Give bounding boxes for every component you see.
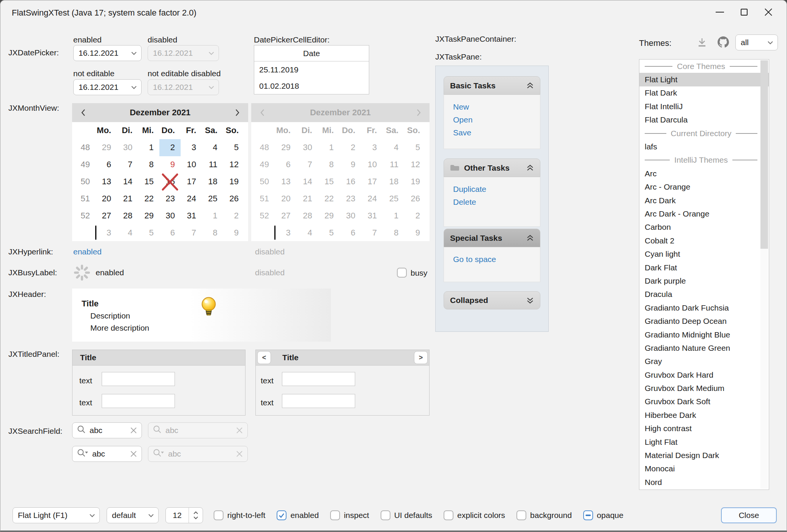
day-cell[interactable]: 15 [138,173,159,190]
day-cell[interactable]: 27 [96,207,117,224]
hyperlink-enabled[interactable]: enabled [73,247,102,256]
theme-list-item[interactable]: Carbon [639,221,769,234]
checkbox-ui-defaults[interactable] [381,510,390,520]
day-cell[interactable]: 17 [181,173,202,190]
busy-checkbox[interactable] [397,268,407,278]
chevron-down-icon[interactable] [85,514,99,517]
clear-icon[interactable] [130,450,137,457]
chevron-down-icon[interactable] [144,514,158,517]
day-cell[interactable]: 28 [117,207,138,224]
datepicker-enabled[interactable]: 16.12.2021 [73,45,142,61]
theme-list-item[interactable]: High contrast [639,422,769,435]
theme-list-item[interactable]: Light Flat [639,435,769,449]
font-size-spinner[interactable]: 12 [165,507,203,523]
chevron-down-icon[interactable] [127,52,141,55]
task-link-delete[interactable]: Delete [453,198,476,207]
day-cell[interactable]: 13 [96,173,117,190]
day-cell[interactable]: 24 [181,190,202,207]
close-button[interactable]: Close [721,507,777,523]
day-cell[interactable]: 16 [159,173,181,190]
task-link-duplicate[interactable]: Duplicate [453,185,486,194]
titled-panel-next-button[interactable]: > [414,351,428,364]
day-cell[interactable]: 3 [181,139,202,156]
next-month-icon[interactable] [226,109,248,116]
lookandfeel-combo[interactable]: Flat Light (F1) [13,507,100,523]
day-cell[interactable]: 7 [117,156,138,173]
clear-icon[interactable] [130,427,137,434]
day-cell[interactable]: 8 [202,224,223,241]
text-field[interactable] [282,372,355,386]
day-cell[interactable]: 29 [96,139,117,156]
task-link-save[interactable]: Save [453,128,471,137]
busy-checkbox-label[interactable]: busy [411,268,427,278]
titled-panel-prev-button[interactable]: < [257,351,271,364]
style-combo[interactable]: default [107,507,159,523]
theme-list-item[interactable]: Flat Light [639,73,769,86]
day-cell[interactable]: 5 [138,224,159,241]
day-cell[interactable]: 5 [223,139,244,156]
theme-list-item[interactable]: Dark purple [639,274,769,287]
theme-list-item[interactable]: Gradianto Nature Green [639,341,769,355]
search-input[interactable] [92,449,126,458]
search-menu-icon[interactable] [77,449,88,459]
day-cell[interactable]: 4 [202,139,223,156]
checkbox-enabled[interactable] [277,510,286,520]
date-table-row[interactable]: 25.11.2019 [254,61,369,78]
day-cell[interactable]: 30 [159,207,181,224]
theme-list-item[interactable]: Arc - Orange [639,180,769,194]
theme-list-item[interactable]: Flat Dark [639,86,769,100]
checkbox-label[interactable]: opaque [597,511,623,520]
day-cell[interactable]: 2 [223,207,244,224]
date-table-row[interactable]: 01.02.2018 [254,78,369,94]
theme-list-item[interactable]: Gruvbox Dark Hard [639,368,769,381]
checkbox-label[interactable]: right-to-left [227,511,265,520]
chevron-down-icon[interactable] [193,516,198,519]
day-cell[interactable]: 1 [138,139,159,156]
day-cell[interactable]: 2 [159,139,181,156]
checkbox-label[interactable]: explicit colors [457,511,505,520]
day-cell[interactable]: 23 [159,190,181,207]
day-cell[interactable]: 31 [181,207,202,224]
maximize-button[interactable] [732,0,756,24]
theme-list-item[interactable]: Monocai [639,462,769,476]
day-cell[interactable]: 4 [117,224,138,241]
day-cell[interactable]: 12 [223,156,244,173]
day-cell[interactable]: 8 [138,156,159,173]
theme-list-item[interactable]: Arc Dark - Orange [639,207,769,220]
task-link-go-to-space[interactable]: Go to space [453,255,496,264]
scrollbar-thumb[interactable] [760,60,768,249]
theme-list-item[interactable]: Material Design Dark [639,449,769,462]
theme-list-item[interactable]: lafs [639,140,769,153]
theme-list-item[interactable]: Nord [639,476,769,489]
theme-list-item[interactable]: Dracula [639,288,769,301]
taskpane-header-basic-tasks[interactable]: Basic Tasks [444,76,540,95]
day-cell[interactable]: 6 [96,156,117,173]
theme-list-item[interactable]: Gray [639,355,769,368]
checkbox-inspect[interactable] [330,510,340,520]
checkbox-label[interactable]: UI defaults [394,511,432,520]
datepicker-not-editable[interactable]: 16.12.2021 [73,79,142,95]
day-cell[interactable]: 19 [223,173,244,190]
close-window-button[interactable] [756,0,781,24]
checkbox-label[interactable]: inspect [344,511,369,520]
day-cell[interactable]: 26 [223,190,244,207]
day-cell[interactable]: 11 [202,156,223,173]
theme-list-item[interactable]: Gradianto Midnight Blue [639,328,769,341]
theme-list-item[interactable]: Cyan light [639,247,769,261]
theme-list-item[interactable]: Cobalt 2 [639,234,769,247]
day-cell[interactable]: 25 [202,190,223,207]
search-field-with-menu-enabled[interactable] [72,446,142,462]
day-cell[interactable]: 9 [223,224,244,241]
task-link-open[interactable]: Open [453,115,472,124]
taskpane-header-special-tasks[interactable]: Special Tasks [444,229,540,247]
search-field-enabled[interactable] [72,422,142,438]
theme-list-item[interactable]: Gruvbox Dark Soft [639,395,769,408]
day-cell[interactable]: 1 [202,207,223,224]
text-field[interactable] [282,394,355,408]
search-input[interactable] [90,426,126,435]
theme-list-item[interactable]: Hiberbee Dark [639,408,769,422]
theme-list-item[interactable]: Arc Dark [639,194,769,207]
theme-list-item[interactable]: Gradianto Deep Ocean [639,314,769,328]
day-cell[interactable]: 10 [181,156,202,173]
checkbox-opaque[interactable] [583,510,593,520]
